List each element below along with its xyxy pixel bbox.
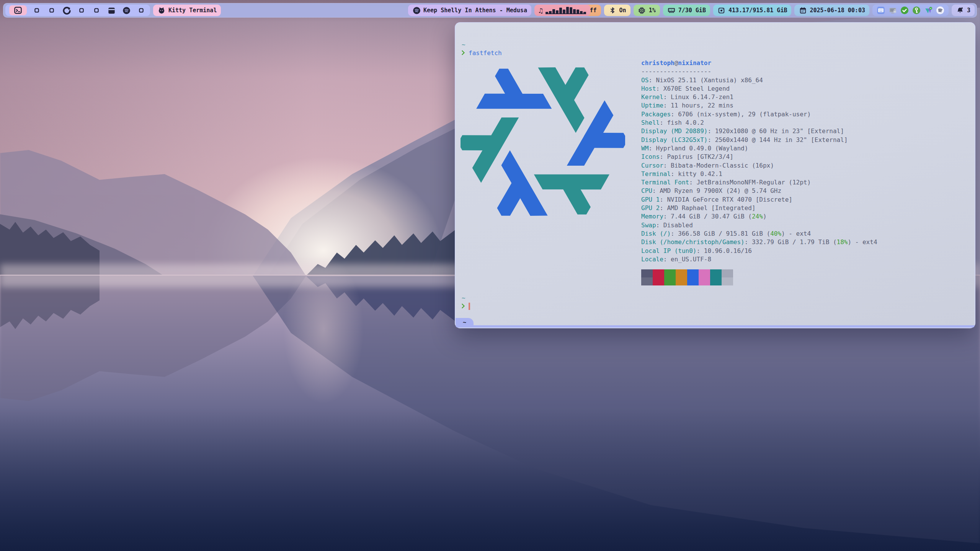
key-circle-icon[interactable] [912,6,921,15]
cpu-pill[interactable]: 1% [634,5,660,16]
workspace-2[interactable] [32,5,42,15]
workspace-7[interactable] [106,5,116,15]
audio-visualizer-bars [546,7,586,14]
workspace-empty-icon [77,6,86,15]
workspace-3[interactable] [47,5,57,15]
visualizer-bar [546,12,548,13]
disk-icon [717,6,726,15]
fastfetch-line: Icons: Papirus [GTK2/3/4] [641,153,877,161]
prompt-input-line[interactable] [462,302,470,311]
fastfetch-line: GPU 1: NVIDIA GeForce RTX 4070 [Discrete… [641,196,877,204]
fastfetch-output: christoph@nixinator-------------------OS… [641,59,877,264]
fastfetch-line: Terminal: kitty 0.42.1 [641,170,877,178]
palette-swatch [641,277,653,285]
workspace-zen-browser-icon [62,6,71,15]
screen-lock-icon[interactable] [889,6,897,15]
text-cursor [469,303,470,310]
prompt-chevron-icon [462,303,465,308]
palette-swatch [687,277,699,285]
now-playing-pill[interactable]: Keep Shelly In Athens - Medusa [408,5,531,16]
notification-count: 3 [967,7,970,14]
check-circle-icon[interactable] [900,6,909,15]
prompt-cwd: ~ [462,294,470,302]
workspace-5[interactable] [77,5,87,15]
visualizer-bar [570,7,572,13]
terminal-window[interactable]: ~ fastfetch christoph@nixinator---------… [455,22,975,328]
visualizer-bar [577,10,579,13]
workspace-files-icon [107,6,116,15]
fastfetch-line: WM: Hyprland 0.49.0 (Wayland) [641,144,877,153]
terminal-tab-label: ~ [463,318,466,327]
visualizer-bar [563,10,565,13]
wing-icon[interactable] [924,6,933,15]
palette-row-normal [641,269,733,277]
media-group: Keep Shelly In Athens - Medusa ♫ [408,5,590,16]
fastfetch-line: christoph@nixinator [641,59,877,67]
clock-label: 2025-06-18 00:03 [810,7,865,14]
terminal-bottom-edge [456,325,975,328]
fastfetch-line: Swap: Disabled [641,221,877,230]
spotify-light-icon[interactable] [936,6,944,15]
workspace-4[interactable] [62,5,72,15]
keyboard-icon[interactable] [877,6,885,15]
bluetooth-pill[interactable]: On [604,5,630,16]
workspace-1-active[interactable] [9,5,27,15]
disk-label: 413.17/915.81 GiB [728,7,787,14]
fastfetch-line: Local IP (tun0): 10.96.0.16/16 [641,247,877,255]
visualizer-bar [583,12,586,13]
palette-swatch [653,277,664,285]
fastfetch-line: Cursor: Bibata-Modern-Classic (16px) [641,161,877,170]
now-playing-track: Keep Shelly In Athens - Medusa [423,7,527,14]
fastfetch-line: Terminal Font: JetBrainsMonoNFM-Regular … [641,178,877,187]
workspace-empty-icon [137,6,145,15]
palette-swatch [710,269,722,277]
palette-swatch [699,269,710,277]
calendar-icon [799,6,807,15]
fastfetch-line: Kernel: Linux 6.14.7-zen1 [641,93,877,101]
palette-row-bright [641,277,733,285]
clock-pill[interactable]: 2025-06-18 00:03 [794,5,869,16]
palette-swatch [722,277,733,285]
palette-swatch [710,277,722,285]
workspace-8[interactable] [121,5,131,15]
fastfetch-line: Packages: 6706 (nix-system), 29 (flatpak… [641,110,877,119]
fastfetch-line: Disk (/): 366.58 GiB / 915.81 GiB (40%) … [641,230,877,238]
workspace-spotify-dark-icon [122,6,131,15]
bluetooth-icon [608,6,617,15]
memory-pill[interactable]: 7/30 GiB [663,5,710,16]
nixos-logo [461,59,625,224]
memory-label: 7/30 GiB [678,7,706,14]
palette-swatch [687,269,699,277]
prompt-command-line: fastfetch [462,49,502,57]
palette-swatch [653,269,664,277]
fastfetch-line: ------------------- [641,67,877,76]
notification-pill[interactable]: 3 [952,5,975,16]
workspace-9[interactable] [136,5,146,15]
visualizer-bar [580,11,583,13]
workspace-empty-icon [33,6,41,15]
terminal-tab[interactable]: ~ [456,318,474,328]
disk-pill[interactable]: 413.17/915.81 GiB [713,5,792,16]
prompt-cwd: ~ [462,41,502,49]
workspace-empty-icon [47,6,56,15]
fastfetch-line: Locale: en_US.UTF-8 [641,255,877,264]
visualizer-bar [549,11,552,13]
palette-swatch [676,269,687,277]
palette-swatch [641,269,653,277]
visualizer-bar [573,9,576,13]
fastfetch-line: GPU 2: AMD Raphael [Integrated] [641,204,877,212]
fastfetch-line: Display (MD 20889): 1920x1080 @ 60 Hz in… [641,127,877,135]
visualizer-bar [559,8,562,13]
active-window-pill[interactable]: Kitty Terminal [153,5,221,16]
bell-icon [956,6,964,15]
cpu-label: 1% [649,7,656,14]
palette-swatch [664,269,676,277]
workspace-6[interactable] [91,5,101,15]
music-note-icon: ♫ [539,7,543,15]
shell-prompt-current[interactable]: ~ [462,294,470,311]
audio-visualizer-pill[interactable]: ♫ [534,5,590,16]
workspace-empty-icon [92,6,101,15]
terminal-color-palette [641,269,733,285]
command-text: fastfetch [469,49,502,57]
fastfetch-line: Shell: fish 4.0.2 [641,119,877,127]
